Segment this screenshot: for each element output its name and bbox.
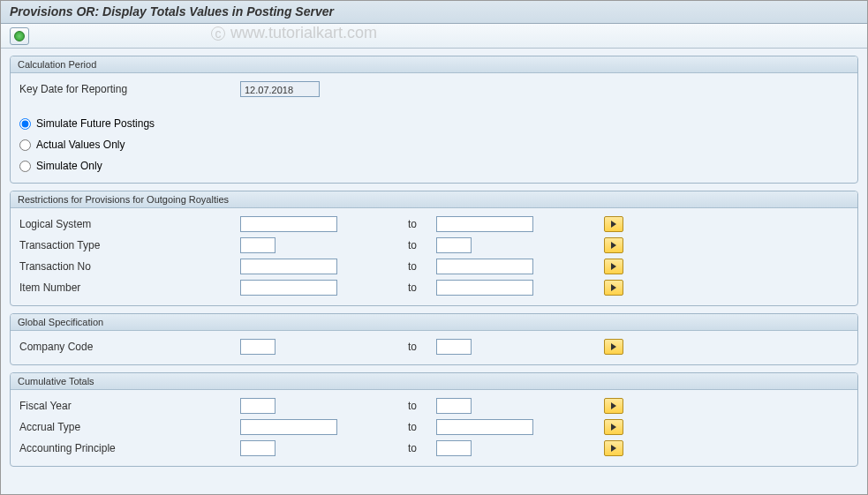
to-label: to <box>408 421 426 433</box>
toolbar <box>1 24 867 49</box>
to-label: to <box>408 341 426 353</box>
range-row-logical-system: Logical Systemto <box>19 214 849 235</box>
arrow-right-icon <box>611 343 616 350</box>
to-label: to <box>408 442 426 454</box>
arrow-right-icon <box>611 242 616 249</box>
title-bar: Provisions OR: Display Totals Values in … <box>1 1 867 24</box>
transaction-type-to-input[interactable] <box>436 237 472 253</box>
group-header: Calculation Period <box>11 56 857 73</box>
arrow-right-icon <box>611 221 616 228</box>
transaction-no-from-input[interactable] <box>240 259 337 274</box>
item-number-from-input[interactable] <box>240 280 337 296</box>
logical-system-from-input[interactable] <box>240 216 337 232</box>
radio-label-actual-values: Actual Values Only <box>36 139 125 151</box>
field-label-transaction-type: Transaction Type <box>19 239 240 251</box>
key-date-value[interactable]: 12.07.2018 <box>240 81 320 97</box>
arrow-right-icon <box>611 445 616 452</box>
group-cumulative-totals: Cumulative Totals Fiscal YeartoAccrual T… <box>10 372 858 467</box>
range-row-item-number: Item Numberto <box>19 277 849 298</box>
fiscal-year-multiple-selection-button[interactable] <box>604 398 623 414</box>
arrow-right-icon <box>611 402 616 409</box>
transaction-type-from-input[interactable] <box>240 237 275 253</box>
radio-simulate-only[interactable] <box>19 161 31 172</box>
range-row-company-code: Company Codeto <box>19 336 849 357</box>
field-label-company-code: Company Code <box>19 341 240 353</box>
field-label-accounting-principle: Accounting Principle <box>19 442 240 454</box>
arrow-right-icon <box>611 424 616 431</box>
company-code-from-input[interactable] <box>240 339 275 355</box>
group-calculation-period: Calculation Period Key Date for Reportin… <box>10 56 858 184</box>
transaction-type-multiple-selection-button[interactable] <box>604 237 623 253</box>
accounting-principle-to-input[interactable] <box>436 440 472 456</box>
field-label-item-number: Item Number <box>19 281 240 294</box>
page-title: Provisions OR: Display Totals Values in … <box>10 4 858 19</box>
field-label-accrual-type: Accrual Type <box>19 421 240 433</box>
field-label-transaction-no: Transaction No <box>19 260 240 273</box>
range-row-accrual-type: Accrual Typeto <box>19 416 849 438</box>
company-code-to-input[interactable] <box>436 339 472 355</box>
to-label: to <box>408 400 426 412</box>
range-row-transaction-type: Transaction Typeto <box>19 235 849 256</box>
transaction-no-to-input[interactable] <box>436 259 533 274</box>
radio-actual-values[interactable] <box>19 139 31 151</box>
accounting-principle-multiple-selection-button[interactable] <box>604 440 623 456</box>
group-header: Global Specification <box>11 314 857 331</box>
fiscal-year-from-input[interactable] <box>240 398 275 414</box>
to-label: to <box>408 281 426 294</box>
item-number-multiple-selection-button[interactable] <box>604 280 623 296</box>
group-header: Cumulative Totals <box>11 373 857 390</box>
field-label-fiscal-year: Fiscal Year <box>19 400 240 412</box>
company-code-multiple-selection-button[interactable] <box>604 339 623 355</box>
arrow-right-icon <box>611 284 616 291</box>
content-area: Calculation Period Key Date for Reportin… <box>1 49 867 494</box>
range-row-transaction-no: Transaction Noto <box>19 256 849 277</box>
item-number-to-input[interactable] <box>436 280 533 296</box>
range-row-accounting-principle: Accounting Principleto <box>19 438 849 459</box>
radio-simulate-future[interactable] <box>19 118 31 130</box>
logical-system-multiple-selection-button[interactable] <box>604 216 623 232</box>
radio-label-simulate-future: Simulate Future Postings <box>36 117 155 130</box>
to-label: to <box>408 260 426 273</box>
accrual-type-multiple-selection-button[interactable] <box>604 419 623 435</box>
field-label-logical-system: Logical System <box>19 218 240 230</box>
accrual-type-from-input[interactable] <box>240 419 337 435</box>
execute-button[interactable] <box>10 27 29 45</box>
range-row-fiscal-year: Fiscal Yearto <box>19 395 849 416</box>
group-header: Restrictions for Provisions for Outgoing… <box>11 191 857 208</box>
fiscal-year-to-input[interactable] <box>436 398 472 414</box>
execute-icon <box>14 31 25 41</box>
accrual-type-to-input[interactable] <box>436 419 533 435</box>
accounting-principle-from-input[interactable] <box>240 440 275 456</box>
group-restrictions: Restrictions for Provisions for Outgoing… <box>10 191 858 306</box>
to-label: to <box>408 239 426 251</box>
logical-system-to-input[interactable] <box>436 216 533 232</box>
arrow-right-icon <box>611 263 616 270</box>
to-label: to <box>408 218 426 230</box>
group-global-specification: Global Specification Company Codeto <box>10 313 858 365</box>
key-date-label: Key Date for Reporting <box>19 83 240 95</box>
radio-label-simulate-only: Simulate Only <box>36 160 102 172</box>
transaction-no-multiple-selection-button[interactable] <box>604 259 623 274</box>
